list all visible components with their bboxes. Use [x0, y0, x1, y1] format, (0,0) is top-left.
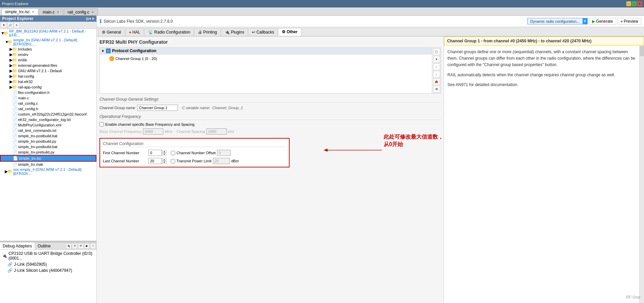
tab-radio-config[interactable]: 📡 Radio Configuration [144, 28, 194, 36]
tree-item-gnu-arm[interactable]: ▶ 📁 GNU ARM v7.2.1 - Default [0, 68, 96, 74]
tree-item-simple-trx-mak[interactable]: 📄 simple_trx.mak [0, 162, 96, 167]
header-icon-2[interactable]: ▾ [89, 17, 91, 21]
dynamic-config-wrapper[interactable]: Dynamic radio configuration... ▾ [527, 18, 588, 24]
collapse-all-btn[interactable]: ⬆ [1, 22, 7, 28]
tree-item-includes[interactable]: ▶ 📁 Includes [0, 46, 96, 52]
last-channel-label: Last Channel Number [103, 159, 147, 163]
tree-item-external[interactable]: ▶ 📁 external-generated-files [0, 63, 96, 68]
tab-printing[interactable]: 🖨 Printing [194, 28, 221, 36]
channel-group-item[interactable]: C Channel Group 1 (0 - 20) [103, 56, 429, 62]
callbacks-icon: ↩ [252, 30, 255, 35]
channel-group-name-input[interactable]: Channel Group 1 [137, 105, 178, 111]
tab-simple-trx-isc[interactable]: simple_trx.isc ✕ [1, 8, 38, 15]
base-freq-input[interactable] [143, 128, 163, 135]
last-channel-input[interactable] [148, 158, 162, 164]
window-title: Project Explorer [2, 2, 626, 6]
channel-offset-checkbox[interactable] [171, 151, 175, 155]
tab-close-0[interactable]: ✕ [32, 10, 35, 14]
info-title-bar: Channel Group 1 - from channel #0 (2450 … [444, 37, 644, 45]
tab-other[interactable]: ⚙ Other [278, 28, 301, 36]
proto-btn-4[interactable]: ↓ [433, 71, 440, 78]
tab-close-1[interactable]: ✕ [57, 11, 59, 14]
preview-btn[interactable]: « Preview [618, 18, 641, 25]
device-item-2[interactable]: 🔗 J-Link Silicon Labs (440047947) [1, 267, 96, 274]
channel-offset-input[interactable] [217, 150, 231, 156]
transmit-power-checkbox[interactable] [171, 159, 175, 163]
device-item-1[interactable]: 🔗 J-Link (59402905) [1, 261, 96, 267]
first-channel-input[interactable] [148, 150, 162, 156]
close-btn[interactable]: ✕ [637, 1, 642, 6]
first-channel-down[interactable]: ▼ [162, 153, 167, 156]
protocol-config-label: Protocol Configuration [112, 48, 157, 53]
tree-item-emlib[interactable]: ▶ 📁 emlib [0, 57, 96, 63]
tree-item-simple-trx-isc[interactable]: 📄 simple_trx.isc [0, 155, 96, 162]
tree-item-efr32-radio[interactable]: 📄 efr32_radio_configurator_log.txt [0, 117, 96, 122]
debug-toolbar-btn4[interactable]: ▶ [84, 243, 90, 249]
header-icon-1[interactable]: ⊡ [86, 17, 89, 21]
last-channel-down[interactable]: ▼ [162, 161, 167, 164]
tree-item-soc-empty[interactable]: ▶ 📁 soc-empty_4 [GNU ARM v7.2.1 - Defaul… [0, 167, 96, 176]
debug-toolbar-btn3[interactable]: ⟳ [78, 243, 84, 249]
minimize-btn[interactable]: ─ [626, 1, 631, 6]
link-editor-btn[interactable]: 🔗 [7, 22, 13, 28]
tree-item-flex-config[interactable]: 📄 flex-configuration.h [0, 90, 96, 95]
proto-btn-5[interactable]: 📤 [433, 78, 440, 85]
tree-item-simple-trx[interactable]: ▼ 📁 simple_trx [GNU ARM v7.2.1 - Default… [0, 38, 96, 46]
tab-callbacks[interactable]: ↩ Callbacks [248, 28, 278, 36]
tab-main-c[interactable]: main.c ✕ [39, 8, 63, 15]
dynamic-config-dropdown[interactable]: ▾ [583, 18, 587, 24]
enable-channel-checkbox[interactable] [99, 122, 104, 126]
channel-group-name-label: Channel Group name [99, 106, 135, 110]
radio-config-icon: 📡 [148, 30, 153, 35]
proto-btn-6[interactable]: ⚙ [433, 86, 440, 93]
channel-spacing-input[interactable] [206, 128, 227, 135]
maximize-btn[interactable]: □ [632, 1, 637, 6]
tree-item-hal-efr32[interactable]: ▶ 📁 hal-efr32 [0, 79, 96, 84]
annotation-text: 此处可修改最大信道数，从0开始 [384, 133, 443, 148]
proto-btn-2[interactable]: ✕ [433, 56, 440, 63]
device-item-0[interactable]: 🔌 CP2102 USB to UART Bridge Controller (… [1, 250, 96, 261]
khz-label: kHz [228, 129, 235, 134]
tab-plugins[interactable]: 🔌 Plugins [221, 28, 248, 36]
filter-btn[interactable]: ≡ [14, 22, 20, 28]
header-icon-3[interactable]: ✕ [92, 17, 94, 21]
general-icon: ⚙ [102, 30, 106, 35]
tree-item-emdrv[interactable]: ▶ 📁 emdrv [0, 52, 96, 57]
last-channel-up[interactable]: ▲ [162, 158, 167, 161]
tab-hal[interactable]: ● HAL [125, 28, 144, 36]
transmit-power-input[interactable] [213, 158, 230, 164]
transmit-power-label: Transmit Power Limit [177, 159, 211, 163]
tab-general[interactable]: ⚙ General [98, 28, 125, 36]
tree-item-rail-config-h[interactable]: 📄 rail_config.h [0, 106, 96, 112]
dbm-label: dBm [231, 159, 239, 163]
tree-item-prebuild-py[interactable]: 📄 simple_trx-prebuild.py [0, 149, 96, 155]
tree-item-multiphy[interactable]: 📄 MultiPhyConfiguration.xml [0, 122, 96, 128]
tab-debug-adapters[interactable]: Debug Adapters [0, 242, 35, 249]
tree-item-hal-config[interactable]: ▶ 📁 hal-config [0, 74, 96, 79]
first-channel-up[interactable]: ▲ [162, 150, 167, 153]
tree-item-postbuild-py[interactable]: 📄 simple_trx-postbuild.py [0, 139, 96, 144]
debug-toolbar-btn2[interactable]: ✕ [72, 243, 77, 249]
info-text-3: See AN971 for detailed documentation. [447, 82, 636, 88]
tree-item-rf-bm[interactable]: ▼ 📁 RF_BM_BG22A3 [GNU ARM v7.2.1 - Defau… [0, 29, 96, 38]
project-explorer-header: Project Explorer ⊡ ▾ ✕ [0, 16, 96, 22]
protocol-config-collapse[interactable]: ▼ [101, 49, 105, 53]
proto-btn-3[interactable]: ↑ [433, 63, 440, 70]
debug-toolbar-btn1[interactable]: 🔌 [66, 243, 71, 249]
tree-item-main-c[interactable]: 📄 main.c [0, 95, 96, 101]
plugins-icon: 🔌 [225, 30, 230, 35]
generate-btn[interactable]: ▶ Generate [589, 18, 616, 25]
debug-toolbar-btn5[interactable]: + [90, 243, 96, 249]
tree-item-rail-test[interactable]: 📄 rail_test_commands.txt [0, 128, 96, 133]
tree-item-postbuild-bat2[interactable]: 📄 simple_trx-postbuild.bat [0, 144, 96, 149]
tree-item-rail-config-c[interactable]: 📄 rail_config.c [0, 101, 96, 106]
tab-outline[interactable]: Outline [35, 242, 53, 249]
tree-item-postbuild-bat[interactable]: 📄 simple_trx-postbuild.bat [0, 133, 96, 139]
printing-icon: 🖨 [198, 30, 202, 35]
tree-item-rail-app-config[interactable]: ▶ 📁 rail-app-config [0, 84, 96, 90]
tree-item-custom-efr[interactable]: 📄 custom_efr32bg22c224f512gm32.hwconf [0, 112, 96, 117]
dynamic-config-btn[interactable]: Dynamic radio configuration... [528, 19, 583, 24]
tab-rail-config-c[interactable]: rail_config.c ✕ [64, 8, 98, 15]
proto-btn-1[interactable]: 📋 [433, 48, 440, 55]
tab-close-2[interactable]: ✕ [91, 11, 94, 14]
